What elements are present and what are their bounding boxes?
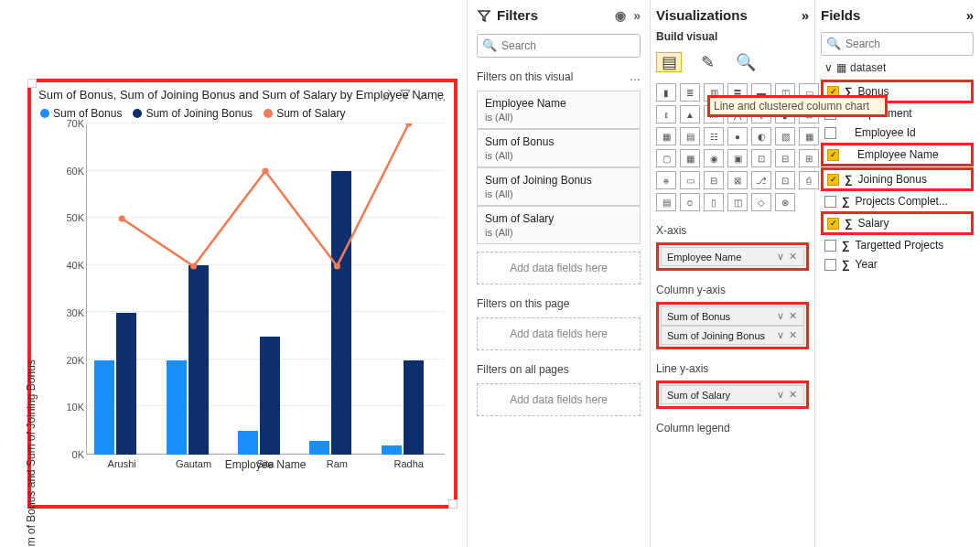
- focus-icon[interactable]: ⤢: [417, 89, 428, 103]
- viz-type-icon[interactable]: ☷: [704, 127, 724, 145]
- viz-type-icon[interactable]: ◇: [751, 193, 771, 211]
- field-row[interactable]: ∑ Projects Complet...: [821, 192, 974, 210]
- chevron-down-icon[interactable]: ∨: [777, 251, 785, 262]
- chevron-down-icon[interactable]: ∨: [777, 310, 785, 321]
- checkbox-icon[interactable]: ✓: [827, 174, 839, 186]
- chart-visual[interactable]: Sum of Bonus, Sum of Joining Bonus and S…: [27, 79, 458, 509]
- bar-joining-bonus[interactable]: [260, 337, 280, 455]
- viz-type-icon[interactable]: ▭: [680, 171, 700, 189]
- format-icon[interactable]: ✎: [695, 52, 720, 72]
- bar-bonus[interactable]: [167, 360, 187, 455]
- checkbox-icon[interactable]: ✓: [827, 149, 839, 161]
- bar-joining-bonus[interactable]: [116, 313, 136, 455]
- remove-icon[interactable]: ✕: [789, 310, 798, 321]
- viz-type-icon[interactable]: ⎊: [680, 193, 700, 211]
- viz-type-icon[interactable]: ▢: [656, 149, 676, 167]
- viz-type-icon[interactable]: ▦: [656, 127, 676, 145]
- checkbox-icon[interactable]: [824, 196, 836, 208]
- add-visual-filter[interactable]: Add data fields here: [477, 252, 641, 284]
- viz-type-icon[interactable]: ⊠: [727, 171, 748, 189]
- remove-icon[interactable]: ✕: [789, 389, 798, 400]
- add-all-filter[interactable]: Add data fields here: [477, 383, 641, 416]
- viz-type-icon[interactable]: ▤: [656, 193, 676, 211]
- field-row[interactable]: ✓ ∑ Salary: [821, 211, 974, 235]
- checkbox-icon[interactable]: [824, 259, 836, 271]
- field-row[interactable]: ∑ Year: [821, 255, 974, 274]
- bar-group[interactable]: Sita: [238, 123, 293, 455]
- viz-type-icon[interactable]: ▧: [775, 127, 795, 145]
- bar-group[interactable]: Ram: [309, 123, 364, 455]
- bar-group[interactable]: Radha: [382, 123, 436, 455]
- viz-type-icon[interactable]: ◉: [704, 149, 724, 167]
- field-row[interactable]: ∑ Targetted Projects: [821, 236, 974, 254]
- filter-search[interactable]: 🔍: [477, 34, 641, 58]
- viz-type-icon[interactable]: ▲: [680, 105, 700, 123]
- field-chip[interactable]: Sum of Joining Bonus∨ ✕: [661, 326, 804, 345]
- filter-card[interactable]: Employee Nameis (All): [477, 91, 641, 129]
- bar-group[interactable]: Gautam: [167, 123, 221, 455]
- bar-joining-bonus[interactable]: [404, 360, 424, 455]
- viz-type-icon[interactable]: ▯: [704, 193, 724, 211]
- fields-search-input[interactable]: [821, 32, 974, 56]
- filter-icon[interactable]: [399, 88, 412, 103]
- checkbox-icon[interactable]: [824, 240, 836, 252]
- viz-type-icon[interactable]: ⎈: [656, 171, 676, 189]
- field-chip[interactable]: Employee Name∨ ✕: [661, 247, 804, 266]
- viz-type-icon[interactable]: ▣: [727, 149, 748, 167]
- filter-search-input[interactable]: [477, 34, 641, 58]
- bar-joining-bonus[interactable]: [188, 265, 209, 455]
- filter-card[interactable]: Sum of Bonusis (All): [477, 129, 641, 167]
- field-row[interactable]: Employee Id: [821, 123, 974, 142]
- filter-card[interactable]: Sum of Salaryis (All): [477, 206, 641, 244]
- viz-type-icon[interactable]: ⎇: [751, 171, 771, 189]
- pin-icon[interactable]: [381, 88, 393, 103]
- viz-type-icon[interactable]: ⫾: [656, 105, 676, 123]
- viz-type-icon[interactable]: ●: [727, 127, 748, 145]
- field-row[interactable]: ✓ ∑ Joining Bonus: [821, 167, 974, 191]
- xaxis-well[interactable]: Employee Name∨ ✕: [656, 242, 809, 271]
- viz-type-icon[interactable]: ◐: [751, 127, 771, 145]
- viz-type-icon[interactable]: ⊡: [751, 149, 771, 167]
- bar-bonus[interactable]: [382, 445, 402, 455]
- chevron-down-icon[interactable]: ∨: [777, 389, 785, 400]
- column-y-well[interactable]: Sum of Bonus∨ ✕Sum of Joining Bonus∨ ✕: [656, 302, 809, 349]
- bar-bonus[interactable]: [238, 431, 258, 455]
- viz-type-icon[interactable]: ⊞: [799, 149, 819, 167]
- analytics-icon[interactable]: 🔍: [733, 52, 759, 72]
- remove-icon[interactable]: ✕: [789, 251, 798, 262]
- viz-type-icon[interactable]: ▦: [799, 127, 819, 145]
- show-icon[interactable]: ◉: [615, 8, 626, 23]
- filter-card[interactable]: Sum of Joining Bonusis (All): [477, 167, 641, 206]
- bar-bonus[interactable]: [309, 441, 329, 456]
- line-y-well[interactable]: Sum of Salary∨ ✕: [656, 381, 809, 409]
- field-chip[interactable]: Sum of Salary∨ ✕: [661, 385, 804, 404]
- viz-type-icon[interactable]: ◫: [727, 193, 748, 211]
- more-icon[interactable]: …: [434, 89, 447, 103]
- checkbox-icon[interactable]: [824, 127, 836, 139]
- viz-type-icon[interactable]: ≣: [680, 83, 700, 102]
- collapse-icon[interactable]: »: [802, 7, 809, 23]
- viz-type-icon[interactable]: ▮: [656, 83, 676, 102]
- fields-search[interactable]: 🔍: [821, 32, 974, 56]
- add-page-filter[interactable]: Add data fields here: [477, 317, 641, 350]
- collapse-icon[interactable]: »: [966, 7, 974, 23]
- viz-type-icon[interactable]: ⎙: [799, 171, 819, 189]
- viz-type-icon[interactable]: ▤: [680, 127, 700, 145]
- checkbox-icon[interactable]: ✓: [827, 218, 839, 230]
- remove-icon[interactable]: ✕: [789, 329, 798, 340]
- dataset-row[interactable]: ∨▦dataset: [821, 61, 974, 74]
- build-fields-icon[interactable]: ▤: [656, 52, 682, 72]
- field-chip[interactable]: Sum of Bonus∨ ✕: [661, 306, 804, 326]
- viz-type-icon[interactable]: ⊡: [775, 171, 795, 189]
- collapse-icon[interactable]: »: [633, 8, 641, 23]
- legend-item[interactable]: Sum of Salary: [264, 107, 345, 120]
- more-icon[interactable]: …: [630, 70, 641, 83]
- viz-type-icon[interactable]: ⊗: [775, 193, 795, 211]
- legend-item[interactable]: Sum of Joining Bonus: [133, 107, 253, 120]
- bar-bonus[interactable]: [94, 360, 114, 455]
- viz-type-icon[interactable]: ⊟: [704, 171, 724, 189]
- chevron-down-icon[interactable]: ∨: [777, 329, 785, 340]
- field-row[interactable]: ✓ Employee Name: [821, 143, 974, 166]
- bar-joining-bonus[interactable]: [331, 171, 351, 455]
- bar-group[interactable]: Arushi: [94, 123, 149, 455]
